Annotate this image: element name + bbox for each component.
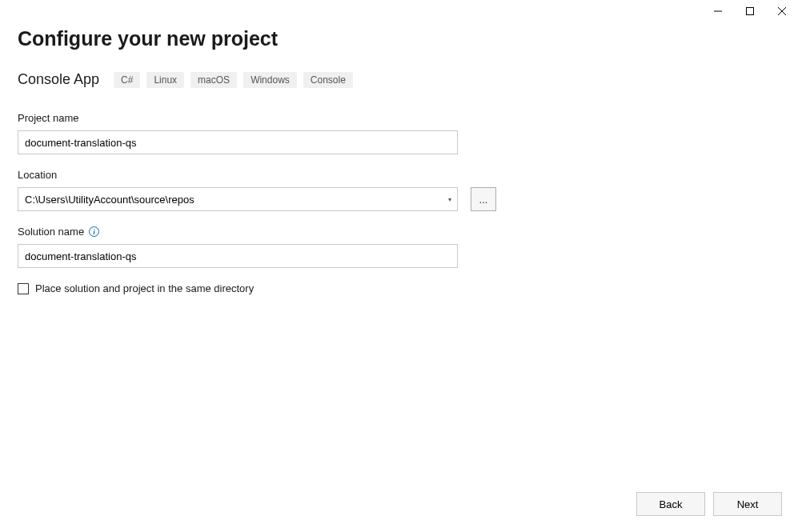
tag-windows: Windows xyxy=(243,72,297,88)
footer-buttons: Back Next xyxy=(636,492,782,516)
template-tags: C# Linux macOS Windows Console xyxy=(114,72,353,88)
back-button[interactable]: Back xyxy=(636,492,705,516)
info-icon[interactable]: i xyxy=(89,226,99,237)
next-button[interactable]: Next xyxy=(713,492,782,516)
solution-name-input[interactable] xyxy=(18,244,458,268)
location-label: Location xyxy=(18,169,780,181)
window-controls xyxy=(702,0,798,22)
solution-name-label-text: Solution name xyxy=(18,226,84,238)
tag-macos: macOS xyxy=(190,72,237,88)
maximize-button[interactable] xyxy=(734,0,766,22)
subtitle-row: Console App C# Linux macOS Windows Conso… xyxy=(18,71,780,88)
tag-csharp: C# xyxy=(114,72,140,88)
solution-name-label: Solution name i xyxy=(18,226,780,238)
project-name-label: Project name xyxy=(18,112,780,124)
location-combo[interactable]: ▾ xyxy=(18,187,458,211)
svg-rect-1 xyxy=(747,8,754,15)
project-name-group: Project name xyxy=(18,112,780,154)
minimize-button[interactable] xyxy=(702,0,734,22)
close-button[interactable] xyxy=(766,0,798,22)
location-input[interactable] xyxy=(18,187,458,211)
same-directory-row: Place solution and project in the same d… xyxy=(18,282,780,294)
same-directory-checkbox[interactable] xyxy=(18,283,29,294)
page-title: Configure your new project xyxy=(18,27,780,50)
project-name-input[interactable] xyxy=(18,130,458,154)
template-name: Console App xyxy=(18,71,99,88)
main-content: Configure your new project Console App C… xyxy=(0,0,798,312)
tag-console: Console xyxy=(303,72,353,88)
same-directory-label[interactable]: Place solution and project in the same d… xyxy=(35,282,254,294)
browse-button[interactable]: ... xyxy=(471,187,496,211)
location-group: Location ▾ ... xyxy=(18,169,780,211)
tag-linux: Linux xyxy=(146,72,184,88)
solution-name-group: Solution name i xyxy=(18,226,780,268)
